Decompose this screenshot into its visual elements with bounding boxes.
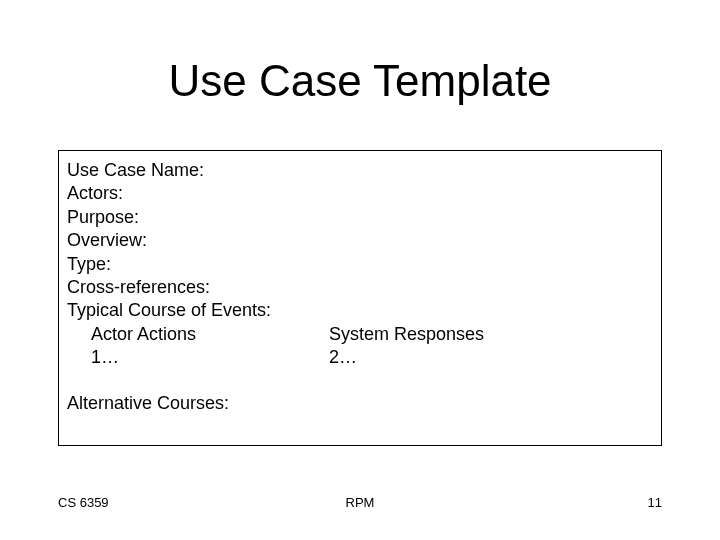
system-responses-header: System Responses (329, 323, 651, 346)
field-type: Type: (67, 253, 651, 276)
actor-actions-header: Actor Actions (67, 323, 329, 346)
two-column-row-steps: 1… 2… (67, 346, 651, 369)
field-typical-course: Typical Course of Events: (67, 299, 651, 322)
field-overview: Overview: (67, 229, 651, 252)
system-step: 2… (329, 346, 651, 369)
field-alternative-courses: Alternative Courses: (67, 392, 651, 415)
footer-left: CS 6359 (58, 495, 109, 510)
field-purpose: Purpose: (67, 206, 651, 229)
field-use-case-name: Use Case Name: (67, 159, 651, 182)
footer-center: RPM (58, 495, 662, 510)
field-cross-references: Cross-references: (67, 276, 651, 299)
slide-title: Use Case Template (0, 56, 720, 106)
content-box: Use Case Name: Actors: Purpose: Overview… (58, 150, 662, 446)
two-column-row-headers: Actor Actions System Responses (67, 323, 651, 346)
slide: Use Case Template Use Case Name: Actors:… (0, 0, 720, 540)
footer-right: 11 (648, 495, 662, 510)
field-actors: Actors: (67, 182, 651, 205)
actor-step: 1… (67, 346, 329, 369)
footer: CS 6359 RPM 11 (58, 495, 662, 510)
